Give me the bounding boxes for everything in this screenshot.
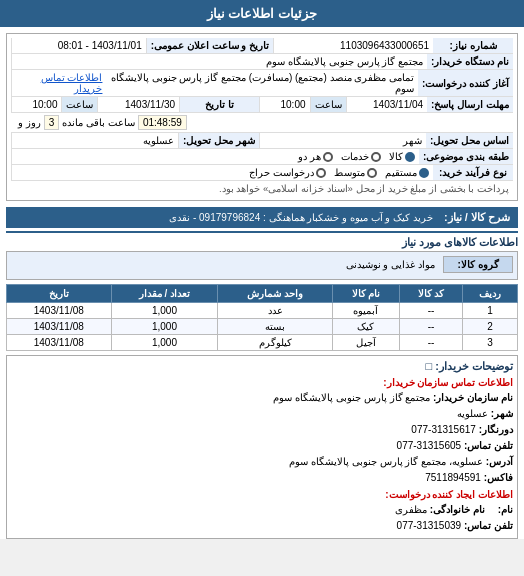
value-shahr: عسلویه xyxy=(11,133,178,148)
sharh-kala-section: شرح کالا / نیاز: خرید کیک و آب میوه و خش… xyxy=(6,207,518,228)
row-days: 01:48:59 ساعت باقی مانده 3 روز و xyxy=(11,113,513,133)
adres-line: آدرس: عسلویه، مجتمع گاز پارس جنوبی پالای… xyxy=(11,454,513,469)
label-asas: اساس محل تحویل: xyxy=(426,133,513,148)
value-aghaz: تمامی مظفری منصد (مجتمع) (مسافرت) مجتمع … xyxy=(11,70,418,96)
notes-title: توضیحات خریدار: □ xyxy=(11,360,513,373)
table-row: 2--کیکبسته1,0001403/11/08 xyxy=(7,319,518,335)
row-dareshgah: نام دستگاه خریدار: مجتمع گاز پارس جنوبی … xyxy=(11,54,513,70)
value-saat-from: 10:00 xyxy=(259,97,309,112)
main-container: جزئیات اطلاعات نیاز شماره نیاز: 11030964… xyxy=(0,0,524,539)
row-pardakht: پرداخت با بخشی از مبلغ خرید از محل «اسنا… xyxy=(11,181,513,196)
cell-radif: 3 xyxy=(463,335,518,351)
col-tedad: تعداد / مقدار xyxy=(111,285,218,303)
label-nogh: نوع فرآیند خرید: xyxy=(433,165,513,180)
cell-name: آجیل xyxy=(332,335,399,351)
row-mohlat: مهلت ارسال پاسخ: 1403/11/04 ساعت 10:00 ت… xyxy=(11,97,513,113)
cell-code: -- xyxy=(399,303,462,319)
label-tarikh: تاریخ و ساعت اعلان عمومی: xyxy=(146,38,273,53)
value-mohlat-from: 1403/11/04 xyxy=(346,97,428,112)
cell-vahed: بسته xyxy=(218,319,333,335)
radio-kala-circle xyxy=(405,152,415,162)
kalahat-group: گروه کالا: مواد غذایی و نوشیدنی xyxy=(6,251,518,280)
radio-kala[interactable]: کالا xyxy=(389,151,415,162)
row-aghaz: آغاز کننده درخواست: تمامی مظفری منصد (مج… xyxy=(11,70,513,97)
radio-request-circle xyxy=(316,168,326,178)
buyer-tel-line: تلفن تماس: 31315039-077 xyxy=(11,518,513,533)
value-nogh: مستقیم متوسط درخواست حراج xyxy=(11,165,433,180)
seller-name-line: نام سازمان خریدار: مجتمع گاز پارس جنوبی … xyxy=(11,390,513,405)
radio-khadamat-circle xyxy=(371,152,381,162)
tel-line: تلفن تماس: 31315605-077 xyxy=(11,438,513,453)
label-shahr: شهر محل تحویل: xyxy=(178,133,259,148)
cell-tarikh: 1403/11/08 xyxy=(7,303,112,319)
value-shmare: 1103096433000651 xyxy=(273,38,433,53)
cell-tedad: 1,000 xyxy=(111,303,218,319)
col-tarikh: تاریخ xyxy=(7,285,112,303)
label-saat-to: ساعت xyxy=(61,97,97,112)
label-mohlat: مهلت ارسال پاسخ: xyxy=(427,97,513,112)
value-tabghe: کالا خدمات هر دو xyxy=(11,149,419,164)
radio-middle-circle xyxy=(367,168,377,178)
shahr-line: شهر: عسلویه xyxy=(11,406,513,421)
row-asas: اساس محل تحویل: شهر شهر محل تحویل: عسلوی… xyxy=(11,133,513,149)
cell-tedad: 1,000 xyxy=(111,335,218,351)
table-row: 1--آبمیوهعدد1,0001403/11/08 xyxy=(7,303,518,319)
value-dareshgah: مجتمع گاز پارس جنوبی پالایشگاه سوم xyxy=(11,54,427,69)
label-dareshgah: نام دستگاه خریدار: xyxy=(427,54,513,69)
row-tabghe: طبقه بندی موضوعی: کالا خدمات هر دو xyxy=(11,149,513,165)
radio-both-circle xyxy=(323,152,333,162)
kalahat-title: اطلاعات کالاهای مورد نیاز xyxy=(6,236,518,249)
seller-title: اطلاعات تماس سازمان خریدار: xyxy=(11,377,513,388)
cell-code: -- xyxy=(399,335,462,351)
table-row: 3--آجیلکیلوگرم1,0001403/11/08 xyxy=(7,335,518,351)
cell-code: -- xyxy=(399,319,462,335)
group-label: گروه کالا: xyxy=(443,256,513,273)
buyer-title: اطلاعات ایجاد کننده درخواست: xyxy=(11,489,513,500)
label-shmare: شماره نیاز: xyxy=(433,38,513,53)
col-name: نام کالا xyxy=(332,285,399,303)
col-vahed: واحد شمارش xyxy=(218,285,333,303)
buyer-name-line: نام: نام خانوادگی: مظفری xyxy=(11,502,513,517)
cell-vahed: عدد xyxy=(218,303,333,319)
cell-tedad: 1,000 xyxy=(111,319,218,335)
goods-table: ردیف کد کالا نام کالا واحد شمارش تعداد /… xyxy=(6,284,518,351)
radio-both[interactable]: هر دو xyxy=(298,151,333,162)
cell-tarikh: 1403/11/08 xyxy=(7,319,112,335)
value-saat-to: 10:00 xyxy=(11,97,61,112)
cell-vahed: کیلوگرم xyxy=(218,335,333,351)
divider-1 xyxy=(6,231,518,233)
radio-direct[interactable]: مستقیم xyxy=(385,167,429,178)
notes-box: توضیحات خریدار: □ اطلاعات تماس سازمان خر… xyxy=(6,355,518,539)
page-header: جزئیات اطلاعات نیاز xyxy=(0,0,524,27)
header-title: جزئیات اطلاعات نیاز xyxy=(207,6,317,21)
row-shmare-tarikh: شماره نیاز: 1103096433000651 تاریخ و ساع… xyxy=(11,38,513,54)
group-value: مواد غذایی و نوشیدنی xyxy=(338,257,443,272)
label-aghaz: آغاز کننده درخواست: xyxy=(418,70,513,96)
value-tarikh: 1403/11/01 - 08:01 xyxy=(11,38,146,53)
pardakht-note: پرداخت با بخشی از مبلغ خرید از محل «اسنا… xyxy=(11,181,513,196)
ettela-link[interactable]: اطلاعات تماس خریدار xyxy=(16,72,102,94)
cell-radif: 2 xyxy=(463,319,518,335)
radio-direct-circle xyxy=(419,168,429,178)
radio-request[interactable]: درخواست حراج xyxy=(249,167,326,178)
cell-name: کیک xyxy=(332,319,399,335)
radio-khadamat[interactable]: خدمات xyxy=(341,151,381,162)
fax-line: فاکس: 7511894591 xyxy=(11,470,513,485)
value-mohlat-to: 1403/11/30 xyxy=(97,97,179,112)
radio-middle[interactable]: متوسط xyxy=(334,167,377,178)
cell-tarikh: 1403/11/08 xyxy=(7,335,112,351)
hours-remaining: 01:48:59 ساعت باقی مانده 3 روز و xyxy=(11,113,513,132)
label-to: تا تاریخ xyxy=(179,97,259,112)
cell-radif: 1 xyxy=(463,303,518,319)
col-radif: ردیف xyxy=(463,285,518,303)
info-box: شماره نیاز: 1103096433000651 تاریخ و ساع… xyxy=(6,33,518,201)
label-tabghe: طبقه بندی موضوعی: xyxy=(419,149,513,164)
doori-line: دورنگار: 31315617-077 xyxy=(11,422,513,437)
cell-name: آبمیوه xyxy=(332,303,399,319)
value-asas: شهر xyxy=(259,133,426,148)
row-nogh: نوع فرآیند خرید: مستقیم متوسط درخواست حر… xyxy=(11,165,513,181)
label-saat-from: ساعت xyxy=(310,97,346,112)
col-code: کد کالا xyxy=(399,285,462,303)
